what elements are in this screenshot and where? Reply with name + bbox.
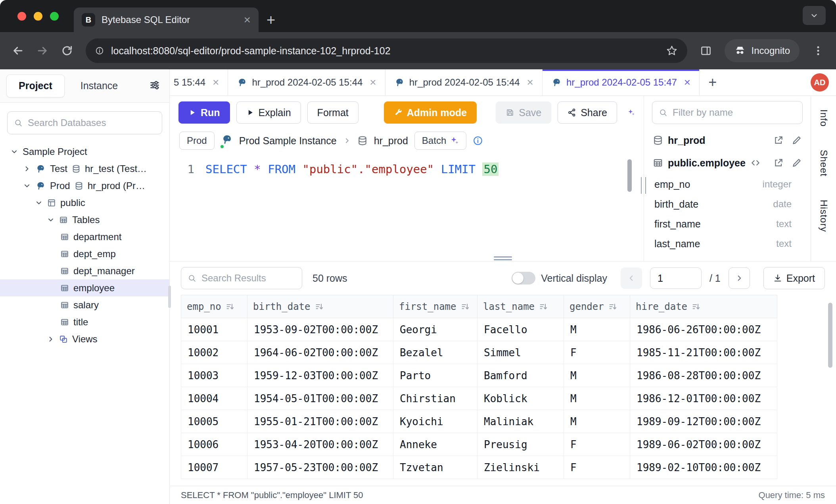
column-header-emp-no[interactable]: emp_no xyxy=(181,295,247,318)
tree-item-table-salary[interactable]: salary xyxy=(0,296,169,313)
reload-icon[interactable] xyxy=(61,45,73,57)
minimize-window-button[interactable] xyxy=(34,12,42,21)
next-page-button[interactable] xyxy=(729,267,750,289)
batch-button[interactable]: Batch xyxy=(414,132,466,150)
tab-search-chevron-button[interactable] xyxy=(803,6,826,25)
tab-info[interactable]: Info xyxy=(818,109,829,127)
cell: F xyxy=(564,433,630,456)
column-header-birth-date[interactable]: birth_date xyxy=(247,295,393,318)
caret-down-icon[interactable] xyxy=(23,182,31,190)
admin-mode-button[interactable]: Admin mode xyxy=(384,101,477,124)
results-panel: 50 rows Vertical display / 1 Export xyxy=(170,261,836,504)
close-tab-icon[interactable]: × xyxy=(370,77,376,88)
editor-tab-1[interactable]: 5 15:44 × xyxy=(170,69,228,95)
editor-region: Run Explain Format Admin mode xyxy=(170,96,836,261)
editor-tab-3[interactable]: hr_prod 2024-02-05 15:44 × xyxy=(385,69,543,95)
tab-project[interactable]: Project xyxy=(6,74,65,97)
sort-icon[interactable] xyxy=(226,303,234,311)
tab-sheet[interactable]: Sheet xyxy=(818,150,829,177)
tree-item-views[interactable]: Views xyxy=(0,330,169,347)
column-header-first-name[interactable]: first_name xyxy=(393,295,477,318)
table-row: 100041954-05-01T00:00:00ZChirstianKoblic… xyxy=(181,387,777,410)
new-tab-button[interactable]: + xyxy=(267,12,275,27)
tab-instance[interactable]: Instance xyxy=(81,80,118,92)
forward-icon[interactable] xyxy=(36,45,48,57)
tree-item-tables[interactable]: Tables xyxy=(0,211,169,228)
format-button[interactable]: Format xyxy=(307,101,359,124)
cell: M xyxy=(564,387,630,410)
tab-history[interactable]: History xyxy=(818,200,829,232)
edit-pencil-icon[interactable] xyxy=(792,158,802,168)
search-databases-input[interactable] xyxy=(28,117,155,128)
filter-by-name-input[interactable] xyxy=(673,107,796,118)
share-button[interactable]: Share xyxy=(558,101,617,124)
editor-tab-4-active[interactable]: hr_prod 2024-02-05 15:47 × xyxy=(543,69,700,95)
environment-chip[interactable]: Prod xyxy=(179,132,215,150)
caret-right-icon[interactable] xyxy=(23,165,31,173)
new-query-tab-button[interactable]: + xyxy=(700,69,725,95)
cell: 1989-06-02T00:00:00Z xyxy=(630,433,777,456)
tree-item-table-employee-selected[interactable]: employee xyxy=(0,279,169,296)
tree-item-project[interactable]: Sample Project xyxy=(0,143,169,160)
search-results-input[interactable] xyxy=(201,273,295,284)
column-type: text xyxy=(776,238,800,249)
results-scrollbar[interactable] xyxy=(828,303,832,368)
sql-editor[interactable]: 1 SELECT * FROM "public"."employee" LIMI… xyxy=(170,152,644,261)
site-info-icon[interactable] xyxy=(95,46,104,55)
address-bar[interactable]: localhost:8080/sql-editor/prod-sample-in… xyxy=(86,38,687,63)
tree-item-table-dept-manager[interactable]: dept_manager xyxy=(0,262,169,279)
caret-right-icon[interactable] xyxy=(47,335,55,343)
prev-page-button[interactable] xyxy=(621,267,642,289)
instance-name[interactable]: Prod Sample Instance xyxy=(239,135,337,147)
code-icon[interactable] xyxy=(750,158,761,168)
tree-item-table-dept-emp[interactable]: dept_emp xyxy=(0,245,169,262)
side-panel-icon[interactable] xyxy=(700,45,712,57)
sort-icon[interactable] xyxy=(315,303,323,311)
tree-item-table-title[interactable]: title xyxy=(0,313,169,330)
connection-info-icon[interactable] xyxy=(473,136,483,146)
vertical-display-toggle[interactable] xyxy=(512,272,535,284)
tree-item-instance-prod[interactable]: Prod hr_prod (Pr… xyxy=(0,177,169,194)
zoom-window-button[interactable] xyxy=(50,12,59,21)
table-row: 100071957-05-23T00:00:00ZTzvetanZielinsk… xyxy=(181,456,777,479)
column-header-gender[interactable]: gender xyxy=(564,295,630,318)
sort-icon[interactable] xyxy=(461,303,469,311)
tree-item-table-department[interactable]: department xyxy=(0,228,169,245)
user-avatar[interactable]: AD xyxy=(811,73,829,92)
caret-down-icon[interactable] xyxy=(35,199,43,207)
explain-button[interactable]: Explain xyxy=(236,101,301,124)
results-toolbar: 50 rows Vertical display / 1 Export xyxy=(170,262,836,295)
browser-menu-icon[interactable] xyxy=(812,45,824,57)
open-external-icon[interactable] xyxy=(773,158,784,168)
close-tab-icon[interactable]: × xyxy=(527,77,533,88)
sort-icon[interactable] xyxy=(692,303,700,311)
tree-item-schema-public[interactable]: public xyxy=(0,194,169,211)
bookmark-star-icon[interactable] xyxy=(666,45,678,57)
close-tab-icon[interactable]: × xyxy=(213,77,219,88)
caret-down-icon[interactable] xyxy=(10,148,18,156)
column-header-last-name[interactable]: last_name xyxy=(477,295,564,318)
caret-down-icon[interactable] xyxy=(47,216,55,224)
sort-icon[interactable] xyxy=(609,303,617,311)
run-button[interactable]: Run xyxy=(178,101,230,124)
save-button[interactable]: Save xyxy=(496,101,551,124)
close-window-button[interactable] xyxy=(17,12,26,21)
panel-resize-handle[interactable] xyxy=(494,256,512,260)
sort-icon[interactable] xyxy=(539,303,547,311)
back-icon[interactable] xyxy=(12,45,24,57)
edit-pencil-icon[interactable] xyxy=(792,135,802,145)
export-button[interactable]: Export xyxy=(763,267,825,289)
column-header-hire-date[interactable]: hire_date xyxy=(630,295,777,318)
browser-tab[interactable]: B Bytebase SQL Editor × xyxy=(74,8,259,32)
open-external-icon[interactable] xyxy=(773,135,784,145)
page-number-input[interactable] xyxy=(650,267,702,289)
database-name[interactable]: hr_prod xyxy=(374,135,408,147)
editor-scrollbar[interactable] xyxy=(627,159,632,192)
ai-sparkles-icon[interactable] xyxy=(627,106,635,119)
column-name: birth_date xyxy=(654,199,698,210)
editor-tab-2[interactable]: hr_prod 2024-02-05 15:44 × xyxy=(228,69,385,95)
tree-item-instance-test[interactable]: Test hr_test (Test… xyxy=(0,160,169,177)
sidebar-settings-button[interactable] xyxy=(146,77,163,95)
close-tab-icon[interactable]: × xyxy=(684,77,690,88)
close-tab-icon[interactable]: × xyxy=(244,14,251,26)
